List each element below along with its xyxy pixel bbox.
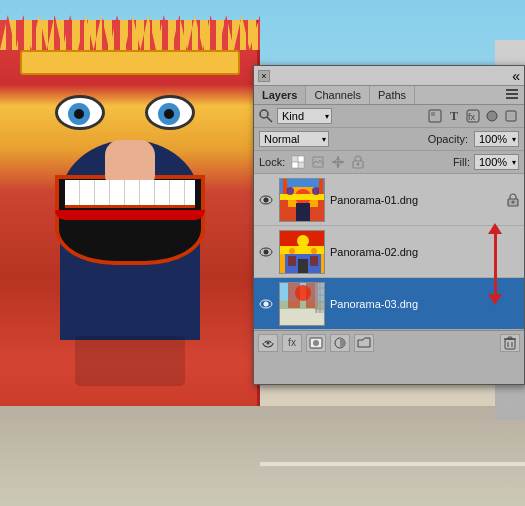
panel-title-bar: × «	[254, 66, 524, 86]
panel-toolbar: fx	[254, 330, 524, 354]
lock-image-icon[interactable]	[309, 154, 327, 170]
layer-name-2: Panorama-02.dng	[330, 246, 520, 258]
svg-marker-20	[336, 156, 340, 160]
tab-paths[interactable]: Paths	[370, 86, 415, 104]
svg-rect-14	[292, 156, 298, 162]
svg-rect-16	[298, 156, 304, 162]
kind-select-wrapper[interactable]: Kind ▾	[277, 108, 332, 124]
toolbar-link-button[interactable]	[258, 334, 278, 352]
svg-line-4	[267, 117, 272, 122]
svg-point-27	[264, 197, 269, 202]
kind-row: Kind ▾ T fx	[254, 105, 524, 128]
svg-point-67	[267, 341, 270, 344]
panel-expand-icon[interactable]: «	[512, 68, 520, 84]
svg-rect-15	[298, 162, 304, 168]
svg-marker-21	[336, 164, 340, 168]
lock-label: Lock:	[259, 156, 285, 168]
svg-text:fx: fx	[468, 112, 476, 122]
svg-rect-33	[280, 194, 325, 200]
svg-rect-6	[431, 112, 435, 116]
svg-rect-73	[508, 337, 512, 339]
eye-icon-3[interactable]	[258, 296, 274, 312]
svg-rect-17	[292, 162, 298, 168]
tab-channels[interactable]: Channels	[306, 86, 369, 104]
layer-name-3: Panorama-03.dng	[330, 298, 520, 310]
layer-thumb-1	[279, 178, 325, 222]
layer-item-3[interactable]: Panorama-03.dng	[254, 278, 524, 330]
svg-marker-23	[340, 160, 344, 164]
blend-mode-wrapper[interactable]: Normal ▾	[259, 131, 329, 147]
svg-point-46	[297, 235, 309, 247]
svg-point-69	[313, 340, 319, 346]
opacity-value[interactable]: 100%	[474, 131, 519, 147]
layer-item-2[interactable]: Panorama-02.dng	[254, 226, 524, 278]
svg-marker-22	[332, 160, 336, 164]
panel-tabs: Layers Channels Paths	[254, 86, 524, 105]
blend-mode-select[interactable]: Normal	[259, 131, 329, 147]
fill-label: Fill:	[453, 156, 470, 168]
layer-lock-icon-1[interactable]	[506, 193, 520, 207]
svg-rect-48	[288, 256, 296, 266]
opacity-value-wrapper[interactable]: 100% ▾	[474, 131, 519, 147]
lock-all-icon[interactable]	[349, 154, 367, 170]
lock-row: Lock:	[254, 151, 524, 174]
panel-menu-icon[interactable]	[500, 86, 524, 104]
fill-value[interactable]: 100%	[474, 154, 519, 170]
svg-rect-32	[296, 203, 310, 222]
svg-rect-2	[506, 97, 518, 99]
svg-point-39	[512, 200, 515, 203]
toolbar-adjustment-button[interactable]	[330, 334, 350, 352]
svg-point-34	[286, 187, 294, 195]
layer-name-1: Panorama-01.dng	[330, 194, 501, 206]
toolbar-folder-button[interactable]	[354, 334, 374, 352]
svg-rect-47	[298, 259, 308, 274]
svg-rect-36	[283, 179, 287, 194]
eye-icon-2[interactable]	[258, 244, 274, 260]
svg-point-53	[264, 301, 269, 306]
svg-point-3	[260, 110, 268, 118]
svg-point-51	[311, 248, 317, 254]
tab-layers[interactable]: Layers	[254, 86, 306, 104]
svg-point-41	[264, 249, 269, 254]
svg-rect-37	[319, 179, 323, 194]
layer-item-1[interactable]: Panorama-01.dng	[254, 174, 524, 226]
svg-rect-11	[508, 113, 514, 119]
svg-point-25	[357, 163, 360, 166]
eye-icon-1[interactable]	[258, 192, 274, 208]
kind-icon-fx[interactable]: fx	[465, 108, 481, 124]
toolbar-fx-button[interactable]: fx	[282, 334, 302, 352]
svg-rect-44	[280, 246, 325, 254]
svg-point-35	[312, 187, 320, 195]
layer-thumb-2	[279, 230, 325, 274]
search-icon	[259, 109, 273, 123]
kind-icons-row: T fx	[427, 108, 519, 124]
toolbar-delete-button[interactable]	[500, 334, 520, 352]
svg-rect-58	[288, 283, 300, 308]
svg-rect-1	[506, 93, 518, 95]
panel-close-button[interactable]: ×	[258, 70, 270, 82]
svg-point-50	[289, 248, 295, 254]
opacity-label: Opacity:	[428, 133, 468, 145]
svg-point-9	[487, 111, 497, 121]
lock-transparent-icon[interactable]	[289, 154, 307, 170]
layers-list: Panorama-01.dng	[254, 174, 524, 330]
toolbar-mask-button[interactable]	[306, 334, 326, 352]
svg-rect-0	[506, 89, 518, 91]
layers-panel: × « Layers Channels Paths Kind ▾ T	[253, 65, 525, 385]
normal-opacity-row: Normal ▾ Opacity: 100% ▾	[254, 128, 524, 151]
lock-position-icon[interactable]	[329, 154, 347, 170]
kind-icon-smart[interactable]	[503, 108, 519, 124]
svg-rect-49	[310, 256, 318, 266]
layer-thumb-3	[279, 282, 325, 326]
svg-rect-71	[505, 339, 515, 349]
kind-icon-color[interactable]	[484, 108, 500, 124]
kind-select[interactable]: Kind	[277, 108, 332, 124]
lock-icons	[289, 154, 367, 170]
kind-icon-raster[interactable]	[427, 108, 443, 124]
kind-icon-text[interactable]: T	[446, 108, 462, 124]
fill-value-wrapper[interactable]: 100% ▾	[474, 154, 519, 170]
